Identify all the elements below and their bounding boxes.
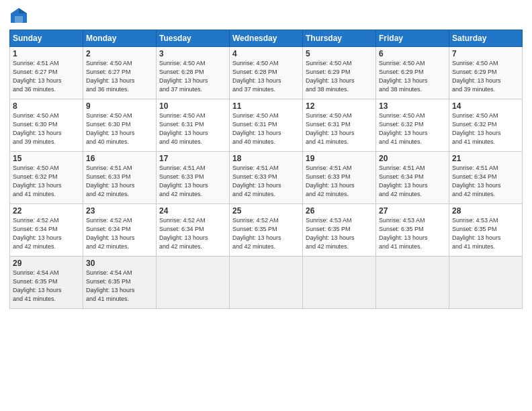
- cell-content: Sunrise: 4:50 AMSunset: 6:29 PMDaylight:…: [452, 59, 519, 94]
- cell-content: Sunrise: 4:50 AMSunset: 6:30 PMDaylight:…: [13, 111, 80, 146]
- cell-content: Sunrise: 4:50 AMSunset: 6:32 PMDaylight:…: [379, 111, 446, 146]
- day-number: 23: [86, 206, 153, 216]
- calendar-cell: 25Sunrise: 4:52 AMSunset: 6:35 PMDayligh…: [230, 204, 303, 257]
- calendar-cell: 26Sunrise: 4:53 AMSunset: 6:35 PMDayligh…: [303, 204, 376, 257]
- day-number: 7: [452, 49, 519, 58]
- calendar-cell: 20Sunrise: 4:51 AMSunset: 6:34 PMDayligh…: [376, 152, 449, 204]
- day-number: 30: [86, 259, 153, 268]
- cell-content: Sunrise: 4:52 AMSunset: 6:34 PMDaylight:…: [159, 216, 226, 251]
- day-number: 13: [379, 101, 446, 111]
- calendar-cell: 1Sunrise: 4:51 AMSunset: 6:27 PMDaylight…: [10, 47, 83, 99]
- calendar-cell: 23Sunrise: 4:52 AMSunset: 6:34 PMDayligh…: [83, 204, 157, 257]
- day-number: 17: [159, 154, 226, 163]
- cell-content: Sunrise: 4:52 AMSunset: 6:34 PMDaylight:…: [13, 216, 80, 251]
- day-number: 4: [232, 49, 300, 58]
- day-number: 21: [452, 154, 519, 163]
- calendar-cell: 29Sunrise: 4:54 AMSunset: 6:35 PMDayligh…: [10, 257, 83, 309]
- day-number: 9: [86, 101, 153, 111]
- day-number: 14: [452, 101, 519, 111]
- day-number: 6: [379, 49, 446, 58]
- logo-icon: [9, 7, 28, 26]
- calendar-cell: 3Sunrise: 4:50 AMSunset: 6:28 PMDaylight…: [157, 47, 230, 99]
- calendar-cell: 9Sunrise: 4:50 AMSunset: 6:30 PMDaylight…: [83, 99, 157, 152]
- cell-content: Sunrise: 4:50 AMSunset: 6:31 PMDaylight:…: [306, 111, 373, 146]
- day-number: 10: [159, 101, 226, 111]
- day-number: 19: [306, 154, 373, 163]
- calendar-cell: 24Sunrise: 4:52 AMSunset: 6:34 PMDayligh…: [157, 204, 230, 257]
- calendar-cell: 5Sunrise: 4:50 AMSunset: 6:29 PMDaylight…: [303, 47, 376, 99]
- cell-content: Sunrise: 4:52 AMSunset: 6:34 PMDaylight:…: [86, 216, 153, 251]
- cell-content: Sunrise: 4:50 AMSunset: 6:28 PMDaylight:…: [159, 59, 226, 94]
- calendar-week-row: 1Sunrise: 4:51 AMSunset: 6:27 PMDaylight…: [10, 47, 523, 99]
- day-number: 15: [13, 154, 80, 163]
- calendar-cell: 2Sunrise: 4:50 AMSunset: 6:27 PMDaylight…: [83, 47, 157, 99]
- day-number: 16: [86, 154, 153, 163]
- calendar-week-row: 8Sunrise: 4:50 AMSunset: 6:30 PMDaylight…: [10, 99, 523, 152]
- calendar-cell: 6Sunrise: 4:50 AMSunset: 6:29 PMDaylight…: [376, 47, 449, 99]
- cell-content: Sunrise: 4:50 AMSunset: 6:31 PMDaylight:…: [159, 111, 226, 146]
- weekday-header-tuesday: Tuesday: [157, 30, 230, 47]
- svg-marker-1: [19, 8, 27, 13]
- day-number: 28: [452, 206, 519, 216]
- calendar-cell: 12Sunrise: 4:50 AMSunset: 6:31 PMDayligh…: [303, 99, 376, 152]
- svg-rect-2: [15, 16, 23, 23]
- day-number: 24: [159, 206, 226, 216]
- weekday-header-row: SundayMondayTuesdayWednesdayThursdayFrid…: [10, 30, 523, 47]
- weekday-header-thursday: Thursday: [303, 30, 376, 47]
- calendar-cell: 15Sunrise: 4:50 AMSunset: 6:32 PMDayligh…: [10, 152, 83, 204]
- day-number: 27: [379, 206, 446, 216]
- day-number: 11: [232, 101, 300, 111]
- weekday-header-monday: Monday: [83, 30, 157, 47]
- calendar-week-row: 22Sunrise: 4:52 AMSunset: 6:34 PMDayligh…: [10, 204, 523, 257]
- cell-content: Sunrise: 4:50 AMSunset: 6:29 PMDaylight:…: [306, 59, 373, 94]
- weekday-header-saturday: Saturday: [449, 30, 523, 47]
- cell-content: Sunrise: 4:51 AMSunset: 6:27 PMDaylight:…: [13, 59, 80, 94]
- calendar-cell: [376, 257, 449, 309]
- calendar-cell: [303, 257, 376, 309]
- calendar-cell: 30Sunrise: 4:54 AMSunset: 6:35 PMDayligh…: [83, 257, 157, 309]
- cell-content: Sunrise: 4:50 AMSunset: 6:27 PMDaylight:…: [86, 59, 153, 94]
- day-number: 8: [13, 101, 80, 111]
- day-number: 18: [232, 154, 300, 163]
- calendar-cell: 18Sunrise: 4:51 AMSunset: 6:33 PMDayligh…: [230, 152, 303, 204]
- day-number: 1: [13, 49, 80, 58]
- calendar-cell: 21Sunrise: 4:51 AMSunset: 6:34 PMDayligh…: [449, 152, 523, 204]
- cell-content: Sunrise: 4:53 AMSunset: 6:35 PMDaylight:…: [379, 216, 446, 251]
- calendar-table: SundayMondayTuesdayWednesdayThursdayFrid…: [9, 30, 523, 309]
- calendar-cell: 27Sunrise: 4:53 AMSunset: 6:35 PMDayligh…: [376, 204, 449, 257]
- day-number: 26: [306, 206, 373, 216]
- weekday-header-sunday: Sunday: [10, 30, 83, 47]
- cell-content: Sunrise: 4:53 AMSunset: 6:35 PMDaylight:…: [452, 216, 519, 251]
- weekday-header-wednesday: Wednesday: [230, 30, 303, 47]
- day-number: 3: [159, 49, 226, 58]
- logo: [9, 7, 31, 26]
- calendar-cell: [230, 257, 303, 309]
- calendar-cell: 28Sunrise: 4:53 AMSunset: 6:35 PMDayligh…: [449, 204, 523, 257]
- day-number: 2: [86, 49, 153, 58]
- calendar-cell: 8Sunrise: 4:50 AMSunset: 6:30 PMDaylight…: [10, 99, 83, 152]
- cell-content: Sunrise: 4:53 AMSunset: 6:35 PMDaylight:…: [306, 216, 373, 251]
- calendar-cell: [449, 257, 523, 309]
- header: [9, 7, 523, 26]
- calendar-cell: 19Sunrise: 4:51 AMSunset: 6:33 PMDayligh…: [303, 152, 376, 204]
- calendar-cell: 16Sunrise: 4:51 AMSunset: 6:33 PMDayligh…: [83, 152, 157, 204]
- calendar-cell: 7Sunrise: 4:50 AMSunset: 6:29 PMDaylight…: [449, 47, 523, 99]
- weekday-header-friday: Friday: [376, 30, 449, 47]
- day-number: 5: [306, 49, 373, 58]
- calendar-cell: 11Sunrise: 4:50 AMSunset: 6:31 PMDayligh…: [230, 99, 303, 152]
- cell-content: Sunrise: 4:51 AMSunset: 6:33 PMDaylight:…: [232, 164, 300, 199]
- calendar-week-row: 15Sunrise: 4:50 AMSunset: 6:32 PMDayligh…: [10, 152, 523, 204]
- calendar-cell: 14Sunrise: 4:50 AMSunset: 6:32 PMDayligh…: [449, 99, 523, 152]
- cell-content: Sunrise: 4:50 AMSunset: 6:29 PMDaylight:…: [379, 59, 446, 94]
- cell-content: Sunrise: 4:51 AMSunset: 6:33 PMDaylight:…: [159, 164, 226, 199]
- calendar-cell: [157, 257, 230, 309]
- calendar-container: SundayMondayTuesdayWednesdayThursdayFrid…: [0, 0, 532, 411]
- day-number: 29: [13, 259, 80, 268]
- calendar-week-row: 29Sunrise: 4:54 AMSunset: 6:35 PMDayligh…: [10, 257, 523, 309]
- calendar-cell: 4Sunrise: 4:50 AMSunset: 6:28 PMDaylight…: [230, 47, 303, 99]
- cell-content: Sunrise: 4:51 AMSunset: 6:33 PMDaylight:…: [306, 164, 373, 199]
- day-number: 20: [379, 154, 446, 163]
- day-number: 22: [13, 206, 80, 216]
- cell-content: Sunrise: 4:50 AMSunset: 6:30 PMDaylight:…: [86, 111, 153, 146]
- cell-content: Sunrise: 4:51 AMSunset: 6:33 PMDaylight:…: [86, 164, 153, 199]
